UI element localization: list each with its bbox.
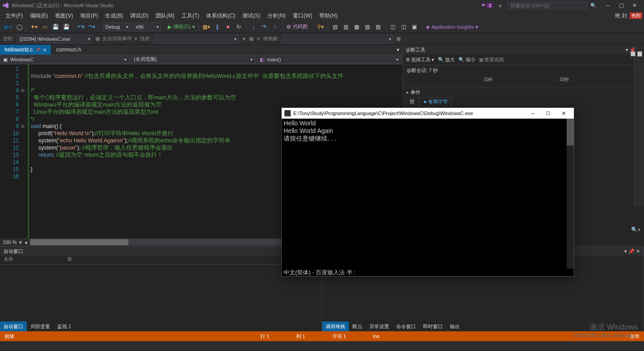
step-into-button[interactable]: ↓	[249, 22, 258, 31]
open-button[interactable]: ▭	[40, 22, 49, 31]
menu-file[interactable]: 文件(F)	[2, 11, 26, 21]
team-explorer-tab[interactable]: 团队资源管理器	[630, 47, 636, 198]
menu-team[interactable]: 团队(M)	[152, 11, 178, 21]
step-out-button[interactable]: ↑	[271, 22, 280, 31]
fold-icon[interactable]: ⊟	[21, 87, 25, 94]
tb-h[interactable]: ▣	[410, 22, 419, 31]
console-maximize[interactable]: ☐	[541, 111, 556, 116]
platform-combo[interactable]: x86	[132, 22, 161, 31]
restart-button[interactable]: ↻	[234, 22, 243, 31]
codemap-button[interactable]: ⚙ 代码图	[285, 22, 310, 31]
tab-helloworld[interactable]: helloworld.c 📌 ✕	[0, 45, 51, 55]
menu-analyze[interactable]: 分析(N)	[264, 11, 289, 21]
console-titlebar[interactable]: E:\Tony\Study\ProgrammingLanguage\C\Proj…	[282, 108, 574, 119]
menu-debug[interactable]: 调试(D)	[127, 11, 152, 21]
tb-c[interactable]: ▦	[352, 22, 361, 31]
insights-button[interactable]: ◈ Application Insights▾	[425, 22, 479, 31]
tb-e[interactable]: ▨	[374, 22, 383, 31]
menu-window[interactable]: 窗口(W)	[289, 11, 316, 21]
panel-menu-icon[interactable]: ▾	[624, 248, 627, 254]
quick-launch-input[interactable]	[507, 1, 588, 9]
close-icon[interactable]: ✕	[636, 248, 640, 254]
stack-combo[interactable]	[282, 34, 394, 43]
diag-events[interactable]: 事件	[403, 88, 644, 96]
lifecycle-label[interactable]: 生命周期事件	[102, 35, 132, 42]
tab-common[interactable]: common.h	[51, 45, 86, 55]
flag-icon[interactable]: ⚑	[481, 3, 486, 9]
tb-a[interactable]: ▤	[331, 22, 340, 31]
thread-combo[interactable]	[154, 34, 239, 43]
step-over-button[interactable]: ↷	[260, 22, 269, 31]
undo-button[interactable]: ↶▾	[76, 22, 85, 31]
console-output[interactable]: Hello World Hello World Again 请按任意键继续. .…	[282, 119, 574, 276]
notification-count[interactable]: 3	[487, 3, 493, 8]
tab-callstack[interactable]: 调用堆栈	[322, 321, 349, 331]
maximize-button[interactable]: ▢	[614, 2, 628, 9]
menu-view[interactable]: 视图(V)	[51, 11, 76, 21]
tab-breakpoints[interactable]: 断点	[349, 321, 366, 331]
continue-button[interactable]: ▶ 继续(C)▾	[167, 22, 195, 31]
menu-test[interactable]: 测试(S)	[239, 11, 264, 21]
menu-help[interactable]: 帮助(H)	[316, 11, 341, 21]
scroll-left[interactable]: ◂	[25, 240, 27, 245]
publish-button[interactable]: ↑发布	[626, 333, 640, 340]
menu-project[interactable]: 项目(P)	[76, 11, 102, 21]
tab-immediate[interactable]: 即时窗口	[419, 321, 446, 331]
save-button[interactable]: 💾	[51, 22, 60, 31]
pause-button[interactable]: ‖	[213, 22, 222, 31]
redo-button[interactable]: ↷▾	[87, 22, 96, 31]
zoom-out[interactable]: 🔍 缩小	[458, 56, 475, 63]
tb2-c[interactable]: ⤨	[256, 36, 260, 42]
user-name[interactable]: 艳 刘	[612, 12, 630, 20]
tab-watch[interactable]: 监视 1	[54, 321, 75, 331]
diag-tab-bytes[interactable]: ● 专用字节	[419, 97, 452, 106]
nav-member[interactable]: ◧main()	[257, 55, 402, 64]
toolbar-icon1[interactable]: ▦▾	[202, 22, 211, 31]
menu-architecture[interactable]: 体系结构(C)	[203, 11, 239, 21]
col-name[interactable]: 名称	[4, 256, 13, 264]
tab-autos[interactable]: 自动窗口	[0, 321, 27, 331]
tb-d[interactable]: ▧	[363, 22, 372, 31]
menu-build[interactable]: 生成(B)	[102, 11, 127, 21]
find-button[interactable]: ⚲▾	[316, 22, 325, 31]
save-all-button[interactable]: 💾	[62, 22, 71, 31]
tb-b[interactable]: ▥	[342, 22, 351, 31]
tb-f[interactable]: ◫	[389, 22, 398, 31]
pin-icon[interactable]: 📌	[628, 248, 635, 254]
fold-icon[interactable]: ⊟	[21, 123, 25, 130]
tabs-overflow[interactable]: ▾	[394, 45, 402, 55]
process-combo[interactable]: [20284] WindowsC.exe	[17, 34, 93, 43]
lifecycle-icon[interactable]: ▦	[95, 36, 100, 42]
menu-edit[interactable]: 编辑(E)	[26, 11, 51, 21]
console-window[interactable]: E:\Tony\Study\ProgrammingLanguage\C\Proj…	[281, 107, 574, 277]
feedback-icon[interactable]: ⸙	[499, 3, 502, 8]
user-badge[interactable]: 色刘	[630, 13, 642, 19]
tb-g[interactable]: ◫	[399, 22, 408, 31]
stop-button[interactable]: ■	[224, 22, 233, 31]
tb2-b[interactable]: ▦	[249, 36, 254, 42]
solution-explorer-tab[interactable]: 解决方案资源管理器	[636, 47, 643, 198]
col-value[interactable]: 值	[67, 256, 72, 264]
menu-tools[interactable]: 工具(T)	[178, 11, 203, 21]
console-scrollbar[interactable]	[567, 119, 574, 269]
tb2-d[interactable]: ▦	[396, 36, 401, 42]
diag-timeline[interactable]: 10秒 20秒	[403, 76, 644, 88]
tab-locals[interactable]: 局部变量	[27, 321, 54, 331]
close-icon[interactable]: ✕	[43, 47, 47, 52]
nav-context[interactable]: (全局范围)	[131, 55, 256, 64]
back-button[interactable]: ◉ ▾	[3, 22, 13, 31]
console-close[interactable]: ✕	[556, 111, 571, 116]
config-combo[interactable]: Debug	[102, 22, 131, 31]
zoom-in[interactable]: 🔍 放大	[438, 56, 455, 63]
close-button[interactable]: ✕	[628, 2, 641, 9]
pin-icon[interactable]: 📌	[35, 47, 40, 52]
minimize-button[interactable]: ─	[601, 2, 614, 9]
zoom-level[interactable]: 100 %	[3, 240, 17, 245]
panel-menu-icon[interactable]: ▾	[626, 47, 628, 52]
tab-exceptions[interactable]: 异常设置	[366, 321, 393, 331]
reset-view[interactable]: ▦ 重置视图	[479, 56, 504, 63]
select-tools[interactable]: ⚙ 选择工具 ▾	[406, 56, 434, 63]
tab-output[interactable]: 输出	[446, 321, 463, 331]
nav-scope[interactable]: ▣WindowsC	[0, 55, 130, 64]
tab-command[interactable]: 命令窗口	[393, 321, 419, 331]
